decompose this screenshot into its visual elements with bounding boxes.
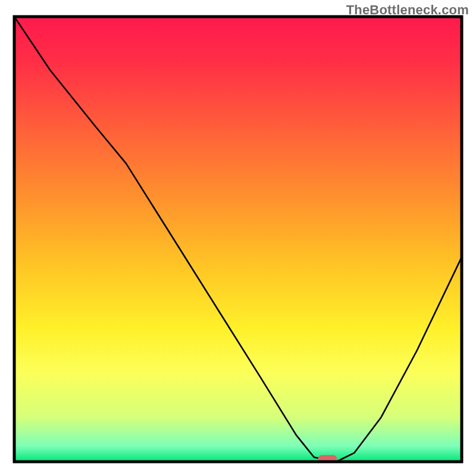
gradient-background [14,17,462,462]
chart-container: TheBottleneck.com [0,0,476,476]
watermark-text: TheBottleneck.com [346,2,469,18]
bottleneck-chart [0,0,476,476]
plot-area [14,17,462,462]
